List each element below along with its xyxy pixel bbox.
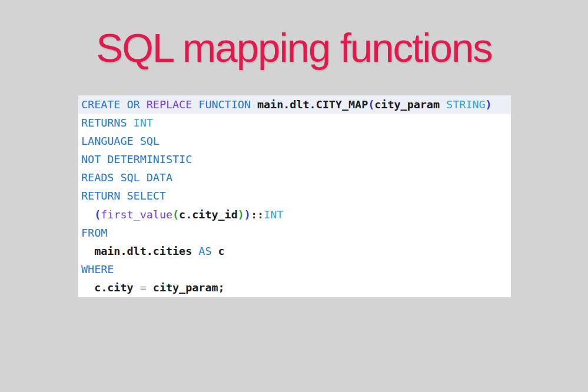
code-token-kw: RETURN SELECT xyxy=(81,190,166,202)
code-token-br1: ) xyxy=(486,98,492,111)
code-token-kw: FUNCTION xyxy=(192,98,251,111)
code-line: READS SQL DATA xyxy=(78,168,511,187)
slide: { "title": "SQL mapping functions", "col… xyxy=(0,0,588,392)
code-line: main.dlt.cities AS c xyxy=(78,242,511,260)
code-line: LANGUAGE SQL xyxy=(78,132,511,150)
code-token-id: city_param; xyxy=(147,281,225,294)
code-token-kw: WHERE xyxy=(81,263,114,275)
code-token-id: main.dlt.CITY_MAP xyxy=(251,98,368,111)
code-line: RETURN SELECT xyxy=(78,187,511,205)
code-token-kw: RETURNS xyxy=(81,117,134,129)
page-title: SQL mapping functions xyxy=(0,25,588,71)
code-token-br1: ( xyxy=(368,98,374,111)
code-token-type: INT xyxy=(264,208,283,221)
code-token-op: :: xyxy=(251,208,264,221)
code-line: NOT DETERMINISTIC xyxy=(78,150,511,168)
code-token-br2: ( xyxy=(172,208,179,221)
code-line: c.city = city_param; xyxy=(78,278,511,297)
code-token-id: c.city_id xyxy=(179,208,238,221)
code-token-type: INT xyxy=(134,117,153,129)
code-line: RETURNS INT xyxy=(78,114,511,132)
code-block: CREATE OR REPLACE FUNCTION main.dlt.CITY… xyxy=(78,95,511,297)
code-line: CREATE OR REPLACE FUNCTION main.dlt.CITY… xyxy=(78,95,511,114)
code-line: WHERE xyxy=(78,260,511,278)
code-token-br1: ( xyxy=(94,208,101,221)
code-token-kw: CREATE OR xyxy=(81,98,147,111)
code-token-kw: FROM xyxy=(81,227,107,239)
code-token-br2: ) xyxy=(238,208,244,221)
code-token-kw: AS xyxy=(198,245,211,257)
code-token-kw: READS SQL DATA xyxy=(81,171,172,184)
code-token-id: main.dlt.cities xyxy=(81,245,198,257)
code-token-kw: LANGUAGE SQL xyxy=(81,135,160,147)
code-line: (first_value(c.city_id))::INT xyxy=(78,205,511,224)
code-token-fn: first_value xyxy=(101,208,172,221)
code-token-eq: = xyxy=(140,281,147,294)
code-line: FROM xyxy=(78,224,511,242)
code-token-fn: REPLACE xyxy=(147,98,192,111)
code-token-kw: NOT DETERMINISTIC xyxy=(81,153,192,165)
code-token-type: STRING xyxy=(446,98,485,111)
code-token-pl xyxy=(81,208,94,221)
code-token-id: c.city xyxy=(81,281,140,294)
code-token-id: city_param xyxy=(374,98,446,111)
code-token-id: c xyxy=(211,245,224,257)
code-token-br1: ) xyxy=(244,208,251,221)
